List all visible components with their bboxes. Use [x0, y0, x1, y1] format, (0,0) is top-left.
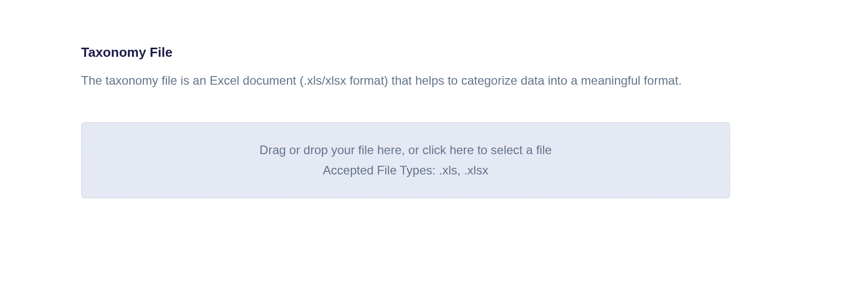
dropzone-accepted-types: Accepted File Types: .xls, .xlsx: [323, 160, 488, 181]
dropzone-instruction: Drag or drop your file here, or click he…: [260, 140, 552, 160]
section-title: Taxonomy File: [81, 45, 787, 60]
section-description: The taxonomy file is an Excel document (…: [81, 72, 730, 90]
file-dropzone[interactable]: Drag or drop your file here, or click he…: [81, 122, 730, 198]
